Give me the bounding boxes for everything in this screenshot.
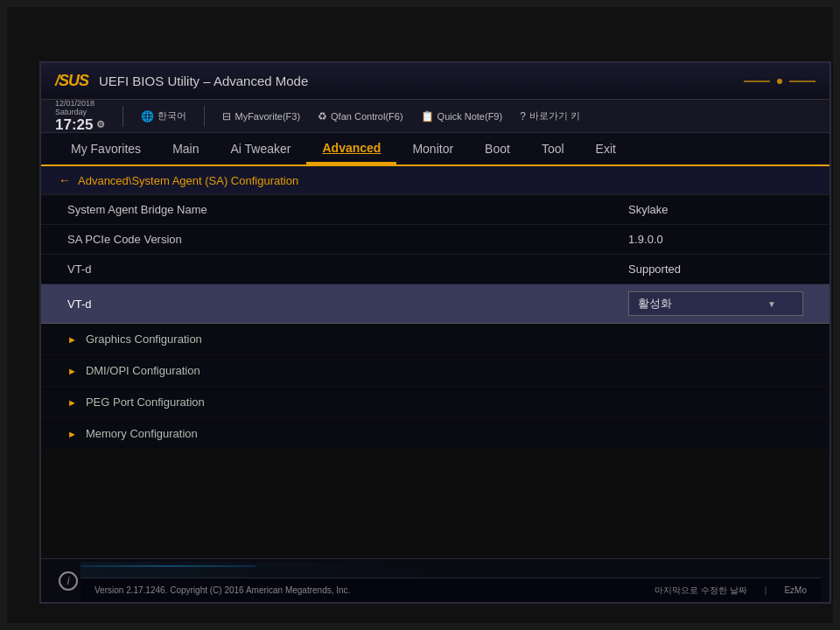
nav-boot[interactable]: Boot: [469, 135, 526, 163]
row-value-system-agent: Skylake: [628, 203, 803, 216]
nav-exit[interactable]: Exit: [580, 135, 632, 163]
submenu-arrow-icon: ►: [67, 334, 77, 345]
list-item[interactable]: ► Memory Configuration: [41, 418, 830, 450]
header-bar: /SUS UEFI BIOS Utility – Advanced Mode: [41, 63, 830, 100]
nav-monitor[interactable]: Monitor: [396, 135, 469, 163]
nav-advanced[interactable]: Advanced: [306, 134, 396, 164]
nav-my-favorites[interactable]: My Favorites: [55, 135, 157, 163]
list-item[interactable]: ► Graphics Configuration: [41, 324, 830, 355]
toolbar-separator-2: [204, 106, 205, 127]
table-row[interactable]: SA PCIe Code Version 1.9.0.0: [41, 225, 830, 255]
graphics-config-label: Graphics Configuration: [86, 332, 202, 346]
footer-ezmo: EzMo: [784, 585, 807, 595]
table-row[interactable]: VT-d Supported: [41, 255, 830, 284]
config-table: System Agent Bridge Name Skylake SA PCIe…: [41, 195, 830, 450]
bios-title: UEFI BIOS Utility – Advanced Mode: [99, 74, 308, 88]
toolbar-date: 12/01/2018 Saturday: [55, 99, 94, 116]
my-favorite-button[interactable]: ⊟ MyFavorite(F3): [222, 110, 300, 122]
shortcut-icon: ?: [520, 110, 526, 122]
toolbar: 12/01/2018 Saturday 17:25 ⚙ 🌐 한국어 ⊟ MyFa…: [41, 100, 830, 133]
asus-logo: /SUS: [55, 72, 88, 90]
quick-note-button[interactable]: 📋 Quick Note(F9): [421, 110, 503, 122]
vtd-selected-label: VT-d: [67, 298, 628, 311]
submenu-arrow-icon: ►: [67, 366, 77, 376]
dropdown-arrow-icon: ▼: [767, 299, 776, 309]
toolbar-time: 12/01/2018 Saturday 17:25 ⚙: [55, 99, 105, 134]
nav-main[interactable]: Main: [157, 135, 214, 163]
globe-icon: 🌐: [141, 110, 154, 122]
list-item[interactable]: ► DMI/OPI Configuration: [41, 355, 830, 387]
submenu-arrow-icon: ►: [67, 429, 77, 439]
info-icon: i: [59, 571, 78, 591]
row-label-sa-pcie: SA PCIe Code Version: [67, 233, 628, 246]
breadcrumb-bar: ← Advanced\System Agent (SA) Configurati…: [41, 166, 830, 195]
footer-modified: 마지막으로 수정한 날짜: [654, 584, 747, 597]
memory-config-label: Memory Configuration: [86, 427, 198, 440]
vtd-dropdown-value: 활성화: [638, 296, 672, 312]
submenu-arrow-icon: ►: [67, 397, 77, 408]
peg-config-label: PEG Port Configuration: [86, 396, 205, 409]
footer-version: Version 2.17.1246. Copyright (C) 2016 Am…: [94, 585, 350, 595]
nav-tool[interactable]: Tool: [526, 135, 580, 163]
dmi-config-label: DMI/OPI Configuration: [86, 364, 200, 377]
toolbar-separator: [122, 106, 123, 127]
row-label-vtd: VT-d: [67, 262, 628, 276]
favorite-icon: ⊟: [222, 110, 231, 122]
bios-window: /SUS UEFI BIOS Utility – Advanced Mode 1…: [39, 61, 831, 604]
back-arrow-icon[interactable]: ←: [59, 173, 71, 187]
breadcrumb: Advanced\System Agent (SA) Configuration: [78, 174, 298, 187]
vtd-dropdown[interactable]: 활성화 ▼: [628, 291, 803, 316]
fan-icon: ♻: [318, 110, 327, 122]
qfan-button[interactable]: ♻ Qfan Control(F6): [318, 110, 403, 122]
row-value-sa-pcie: 1.9.0.0: [628, 233, 803, 246]
gear-icon[interactable]: ⚙: [96, 119, 105, 130]
table-row[interactable]: System Agent Bridge Name Skylake: [41, 195, 830, 225]
shortcut-button[interactable]: ? 바로가기 키: [520, 109, 580, 122]
nav-menu: My Favorites Main Ai Tweaker Advanced Mo…: [41, 133, 830, 166]
vtd-selected-row[interactable]: VT-d 활성화 ▼: [41, 284, 830, 324]
circuit-decoration: [80, 562, 821, 578]
footer-separator: |: [765, 585, 767, 595]
nav-ai-tweaker[interactable]: Ai Tweaker: [214, 135, 306, 163]
row-value-vtd: Supported: [628, 262, 803, 276]
header-decoration: [744, 79, 816, 84]
row-label-system-agent: System Agent Bridge Name: [67, 203, 628, 216]
footer-bar: Version 2.17.1246. Copyright (C) 2016 Am…: [80, 578, 821, 602]
note-icon: 📋: [421, 110, 434, 122]
footer-right: 마지막으로 수정한 날짜 | EzMo: [654, 584, 807, 597]
list-item[interactable]: ► PEG Port Configuration: [41, 387, 830, 418]
content-area: ← Advanced\System Agent (SA) Configurati…: [41, 166, 830, 450]
language-button[interactable]: 🌐 한국어: [141, 109, 186, 122]
toolbar-clock: 17:25 ⚙: [55, 116, 105, 134]
